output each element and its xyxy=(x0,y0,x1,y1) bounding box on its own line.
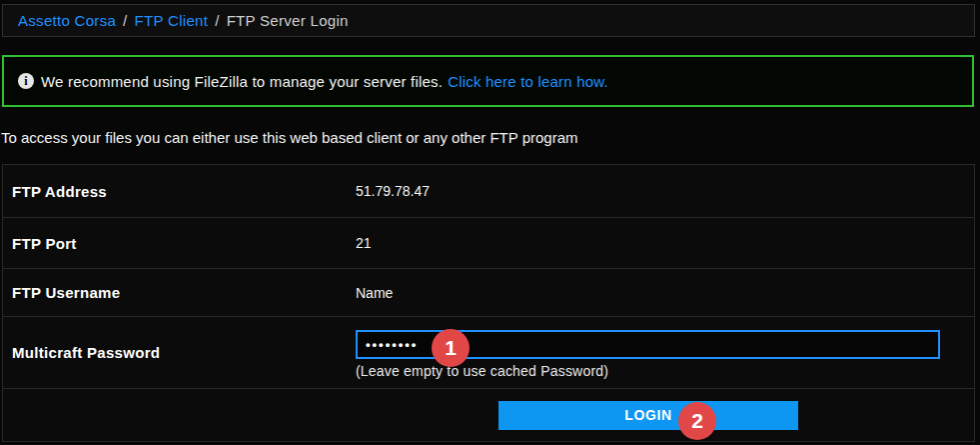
ftp-port-value: 21 xyxy=(348,218,974,268)
info-icon: i xyxy=(18,73,34,89)
table-row-ftp-username: FTP Username Name xyxy=(3,268,974,316)
table-row-ftp-address: FTP Address 51.79.78.47 xyxy=(3,165,974,217)
breadcrumb-separator: / xyxy=(123,12,127,29)
login-row-spacer xyxy=(3,389,348,441)
intro-text: To access your files you can either use … xyxy=(1,129,578,146)
info-banner-text: We recommend using FileZilla to manage y… xyxy=(41,73,443,90)
learn-how-link[interactable]: Click here to learn how. xyxy=(448,73,608,90)
breadcrumb-separator: / xyxy=(215,12,219,29)
ftp-details-table: FTP Address 51.79.78.47 FTP Port 21 FTP … xyxy=(2,164,975,442)
annotation-step-1: 1 xyxy=(432,329,470,367)
multicraft-password-label: Multicraft Password xyxy=(3,317,348,388)
breadcrumb-link-ftp-client[interactable]: FTP Client xyxy=(135,12,209,29)
ftp-address-label: FTP Address xyxy=(3,165,348,217)
annotation-step-2: 2 xyxy=(678,402,716,440)
breadcrumb-current-page: FTP Server Login xyxy=(227,12,349,29)
breadcrumb: Assetto Corsa / FTP Client / FTP Server … xyxy=(2,4,975,37)
table-row-ftp-port: FTP Port 21 xyxy=(3,217,974,268)
ftp-port-label: FTP Port xyxy=(3,218,348,268)
ftp-username-value: Name xyxy=(348,269,974,316)
ftp-address-value: 51.79.78.47 xyxy=(348,165,974,217)
table-row-login: LOGIN xyxy=(3,388,974,441)
breadcrumb-link-server[interactable]: Assetto Corsa xyxy=(18,12,116,29)
ftp-username-label: FTP Username xyxy=(3,269,348,316)
ftp-login-page: Assetto Corsa / FTP Client / FTP Server … xyxy=(0,0,980,445)
filezilla-info-banner: i We recommend using FileZilla to manage… xyxy=(2,55,974,107)
table-row-multicraft-password: Multicraft Password (Leave empty to use … xyxy=(3,316,974,388)
login-button[interactable]: LOGIN xyxy=(498,401,798,430)
